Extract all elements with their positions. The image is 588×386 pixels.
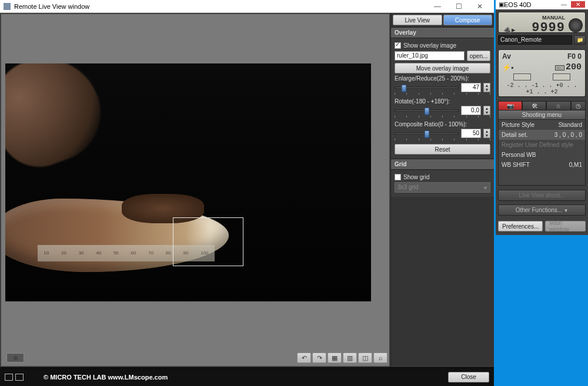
ratio-slider[interactable] xyxy=(395,133,459,135)
rotate-spinner[interactable]: ▲▼ xyxy=(483,106,490,115)
footer-icon-2[interactable] xyxy=(15,374,24,381)
preferences-button[interactable]: Preferences... xyxy=(498,221,543,231)
eos-tab-timer[interactable]: ◷ xyxy=(571,101,586,110)
eos-titlebar: ▣ EOS 40D — ✕ xyxy=(496,0,588,9)
enlarge-value[interactable]: 47 xyxy=(461,83,481,92)
lv-footer: © MICRO TECH LAB www.LMscope.com Close xyxy=(0,367,494,386)
rotate-ccw-button[interactable]: ↶ xyxy=(297,353,311,363)
tab-compose[interactable]: Compose xyxy=(443,15,493,25)
menu-personal-wb[interactable]: Personal WB xyxy=(499,150,585,160)
live-view-shoot-button[interactable]: Live View shoot... xyxy=(498,190,586,201)
iso-value: 200 xyxy=(566,62,582,72)
main-dial[interactable] xyxy=(569,18,583,32)
ratio-label: Composite Ratio(0 - 100%): xyxy=(395,121,490,127)
lv-title: Remote Live View window xyxy=(14,3,427,10)
eos-tab-camera[interactable]: 📷 xyxy=(498,101,522,110)
menu-detail-set[interactable]: Detail set.3 , 0 , 0 , 0 xyxy=(499,130,585,140)
histogram-button[interactable]: ▥ xyxy=(343,353,357,363)
aperture-value: F0 0 xyxy=(567,52,582,61)
close-window-button[interactable]: ✕ xyxy=(469,1,490,12)
lv-side-panel: Live View Compose Overlay Show overlay i… xyxy=(390,13,494,367)
menu-picture-style[interactable]: Picture StyleStandard xyxy=(499,120,585,130)
mode-label: MANUAL xyxy=(542,15,565,21)
flash-icon: ⚡▪ xyxy=(502,63,513,72)
folder-button[interactable]: 📁 xyxy=(574,35,586,45)
quality-large-icon[interactable] xyxy=(513,73,531,80)
rotate-value[interactable]: 0,0 xyxy=(461,106,481,115)
af-grid-button[interactable]: ▦ xyxy=(328,353,342,363)
ratio-value[interactable]: 50 xyxy=(461,129,481,138)
shooting-menu: Picture StyleStandard Detail set.3 , 0 ,… xyxy=(498,120,586,186)
show-overlay-label: Show overlay image xyxy=(403,42,456,49)
overlay-open-button[interactable]: open... xyxy=(467,51,490,61)
show-overlay-checkbox[interactable] xyxy=(395,42,401,49)
shooting-menu-header: Shooting menu xyxy=(498,110,586,120)
eos-tab-tools[interactable]: 🛠 xyxy=(522,101,546,110)
eos-close[interactable]: ✕ xyxy=(571,1,585,8)
other-functions-button[interactable]: Other Functions... xyxy=(498,204,586,216)
footer-icon-1[interactable] xyxy=(5,374,13,381)
maximize-button[interactable]: ☐ xyxy=(448,1,469,12)
enlarge-slider[interactable] xyxy=(395,87,459,89)
iso-badge: ISO xyxy=(555,65,564,71)
remote-name-field[interactable]: Canon_Remote xyxy=(498,35,572,45)
eos-minimize[interactable]: — xyxy=(557,1,571,8)
copyright-text: © MICRO TECH LAB www.LMscope.com xyxy=(44,374,168,381)
ratio-spinner[interactable]: ▲▼ xyxy=(483,129,490,138)
desktop-background xyxy=(496,235,588,386)
close-button[interactable]: Close xyxy=(448,372,489,382)
overlay-toggle-button[interactable]: ◫ xyxy=(358,353,372,363)
main-window-button[interactable]: Main window xyxy=(545,221,586,231)
rotate-cw-button[interactable]: ↷ xyxy=(312,353,326,363)
eos-settings-lcd[interactable]: AvF0 0 ⚡▪ISO200 -2 . . -1 . . ▾0 . . +1 … xyxy=(498,49,586,97)
tab-live-view[interactable]: Live View xyxy=(393,15,442,25)
power-icon: 🔌▸ xyxy=(502,25,516,34)
zoom-button[interactable]: ⌕ xyxy=(373,353,387,363)
eos-top-lcd: 🔌▸ MANUAL 9999 xyxy=(498,12,586,33)
eos-title: EOS 40D xyxy=(504,1,557,8)
focus-frame[interactable] xyxy=(173,217,243,266)
record-indicator[interactable] xyxy=(6,353,24,362)
menu-wb-shift[interactable]: WB SHIFT0,M1 xyxy=(499,160,585,170)
show-grid-label: Show grid xyxy=(403,174,429,180)
move-overlay-button[interactable]: Move overlay image xyxy=(395,63,490,73)
eos-app-icon: ▣ xyxy=(499,1,504,8)
minimize-button[interactable]: — xyxy=(427,1,448,12)
eos-tab-star[interactable]: ☆ xyxy=(546,101,570,110)
remote-live-view-window: Remote Live View window — ☐ ✕ 1020304050… xyxy=(0,0,494,386)
rotate-slider[interactable] xyxy=(395,110,459,112)
live-image: 102030405060708090100 xyxy=(5,63,371,301)
rotate-label: Rotate(-180 - +180°): xyxy=(395,98,490,105)
reset-button[interactable]: Reset xyxy=(395,144,490,155)
shots-remaining: 9999 xyxy=(532,21,565,35)
lv-titlebar: Remote Live View window — ☐ ✕ xyxy=(0,0,494,13)
exposure-scale[interactable]: -2 . . -1 . . ▾0 . . +1 . . +2 xyxy=(502,82,582,95)
av-label: Av xyxy=(502,52,511,61)
enlarge-label: Enlarge/Reduce(25 - 200%): xyxy=(395,75,490,82)
grid-panel-header: Grid xyxy=(391,159,494,170)
live-view-viewport[interactable]: 102030405060708090100 ↶ ↷ ▦ ▥ ◫ ⌕ xyxy=(1,14,389,366)
app-icon xyxy=(4,3,11,10)
grid-type-select: 3x3 grid xyxy=(395,182,490,193)
overlay-file-field[interactable]: ruler_10.jpg xyxy=(395,51,465,61)
enlarge-spinner[interactable]: ▲▼ xyxy=(483,83,490,92)
overlay-panel-header: Overlay xyxy=(391,27,494,38)
viewport-toolbar: ↶ ↷ ▦ ▥ ◫ ⌕ xyxy=(5,351,387,364)
quality-pc-icon[interactable] xyxy=(553,73,570,80)
menu-register-style: Register User Defined style xyxy=(499,140,585,150)
show-grid-checkbox[interactable] xyxy=(395,174,401,180)
eos-remote-window: ▣ EOS 40D — ✕ 🔌▸ MANUAL 9999 Canon_Remot… xyxy=(496,0,588,235)
